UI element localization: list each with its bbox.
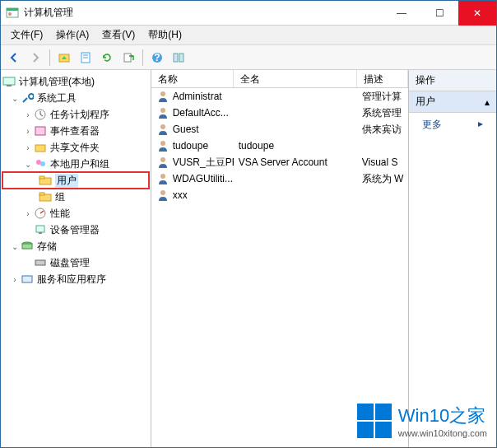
cell-name: VUSR_土豆PE	[173, 156, 234, 170]
close-button[interactable]: ✕	[458, 1, 496, 26]
maximize-button[interactable]: ☐	[420, 1, 458, 26]
table-row[interactable]: DefaultAcc...系统管理	[151, 105, 409, 121]
services-icon	[21, 273, 34, 286]
svg-point-34	[160, 157, 165, 162]
tree-storage[interactable]: ⌄ 存储	[2, 238, 149, 254]
titlebar: 计算机管理 — ☐ ✕	[1, 1, 496, 26]
tree-devmgr[interactable]: 设备管理器	[2, 222, 149, 238]
svg-point-33	[160, 141, 165, 146]
expand-icon[interactable]: ›	[22, 110, 34, 119]
menu-view[interactable]: 查看(V)	[97, 26, 140, 44]
toolbar: ?	[1, 45, 496, 70]
svg-rect-1	[7, 8, 18, 11]
toolbar-separator	[142, 49, 143, 66]
expand-icon[interactable]: ›	[22, 127, 34, 136]
menu-help[interactable]: 帮助(H)	[143, 26, 187, 44]
menubar: 文件(F) 操作(A) 查看(V) 帮助(H)	[1, 26, 496, 45]
col-desc[interactable]: 描述	[357, 70, 409, 87]
users-icon	[34, 157, 47, 170]
svg-rect-7	[124, 54, 131, 62]
collapse-icon[interactable]: ⌄	[9, 94, 21, 103]
svg-point-36	[160, 190, 165, 195]
body: 计算机管理(本地) ⌄ 系统工具 › 任务计划程序 › 事件查看器 › 共享文件…	[1, 70, 496, 447]
chevron-right-icon: ▸	[478, 118, 483, 132]
svg-rect-25	[39, 232, 42, 234]
expand-icon[interactable]: ›	[22, 143, 34, 152]
tree-localusers[interactable]: ⌄ 本地用户和组	[2, 156, 149, 172]
cell-name: WDAGUtiliti...	[173, 173, 233, 184]
folder-icon	[39, 190, 52, 203]
tree-systools[interactable]: ⌄ 系统工具	[2, 90, 149, 106]
table-row[interactable]: WDAGUtiliti...系统为 W	[151, 170, 409, 187]
svg-rect-24	[36, 226, 44, 232]
cell-name: xxx	[173, 189, 188, 201]
table-row[interactable]: tudoupetudoupe	[151, 138, 409, 154]
cell-fullname: tudoupe	[234, 140, 357, 152]
chevron-up-icon: ▴	[485, 96, 490, 108]
computer-icon	[2, 75, 16, 88]
nav-tree[interactable]: 计算机管理(本地) ⌄ 系统工具 › 任务计划程序 › 事件查看器 › 共享文件…	[1, 70, 151, 447]
svg-rect-13	[7, 85, 12, 86]
clock-icon	[34, 108, 47, 121]
tree-groups[interactable]: 组	[2, 189, 149, 205]
menu-action[interactable]: 操作(A)	[51, 26, 94, 44]
svg-rect-10	[174, 54, 178, 62]
folder-icon	[39, 174, 52, 187]
actions-more[interactable]: 更多 ▸	[409, 113, 496, 137]
svg-point-2	[8, 12, 12, 16]
properties-button[interactable]	[76, 48, 95, 68]
tree-diskmgr[interactable]: 磁盘管理	[2, 254, 149, 271]
expand-icon[interactable]: ›	[22, 209, 34, 218]
export-button[interactable]	[118, 48, 138, 68]
forward-button[interactable]	[26, 48, 45, 68]
svg-rect-29	[22, 276, 32, 282]
up-button[interactable]	[54, 48, 74, 68]
col-name[interactable]: 名称	[151, 70, 234, 87]
minimize-button[interactable]: —	[383, 1, 420, 26]
expand-icon[interactable]: ›	[9, 275, 21, 284]
app-window: 计算机管理 — ☐ ✕ 文件(F) 操作(A) 查看(V) 帮助(H) ? 计算…	[0, 0, 497, 448]
tree-perf[interactable]: › 性能	[2, 205, 149, 222]
table-row[interactable]: Guest供来宾访	[151, 121, 409, 138]
user-icon	[156, 172, 170, 185]
menu-file[interactable]: 文件(F)	[6, 26, 48, 44]
tree-eventviewer[interactable]: › 事件查看器	[2, 123, 149, 139]
list-pane: 名称 全名 描述 Administrat管理计算DefaultAcc...系统管…	[151, 70, 410, 447]
disk-icon	[34, 256, 47, 269]
show-hide-button[interactable]	[169, 48, 188, 68]
help-button[interactable]: ?	[147, 48, 167, 68]
perf-icon	[34, 207, 47, 220]
user-icon	[156, 139, 170, 152]
svg-point-32	[160, 124, 165, 129]
cell-desc: 供来宾访	[357, 123, 409, 137]
svg-rect-11	[179, 54, 183, 62]
tree-tasksched[interactable]: › 任务计划程序	[2, 106, 149, 123]
table-row[interactable]: VUSR_土豆PEVSA Server AccountVisual S	[151, 154, 409, 170]
tools-icon	[21, 91, 34, 105]
refresh-button[interactable]	[97, 48, 117, 68]
back-button[interactable]	[4, 48, 24, 68]
cell-fullname: VSA Server Account	[234, 156, 357, 168]
table-row[interactable]: xxx	[151, 187, 409, 203]
tree-services[interactable]: › 服务和应用程序	[2, 271, 149, 287]
collapse-icon[interactable]: ⌄	[9, 242, 21, 251]
svg-point-30	[160, 91, 165, 96]
actions-header: 操作	[409, 70, 496, 91]
cell-name: DefaultAcc...	[173, 107, 229, 119]
tree-users[interactable]: 用户	[2, 172, 149, 189]
col-fullname[interactable]: 全名	[234, 70, 357, 87]
user-icon	[156, 156, 170, 169]
collapse-icon[interactable]: ⌄	[22, 160, 34, 169]
tree-sharedfolders[interactable]: › 共享文件夹	[2, 139, 149, 156]
cell-name: Administrat	[173, 91, 222, 102]
user-icon	[156, 189, 170, 202]
actions-pane: 操作 用户 ▴ 更多 ▸	[409, 70, 496, 447]
user-icon	[156, 106, 170, 119]
table-row[interactable]: Administrat管理计算	[151, 88, 409, 105]
svg-rect-28	[35, 260, 45, 265]
actions-section[interactable]: 用户 ▴	[409, 91, 496, 113]
svg-point-35	[160, 174, 165, 179]
user-list[interactable]: Administrat管理计算DefaultAcc...系统管理Guest供来宾…	[151, 88, 409, 447]
cell-desc: 系统管理	[357, 106, 409, 120]
tree-root[interactable]: 计算机管理(本地)	[2, 73, 149, 90]
